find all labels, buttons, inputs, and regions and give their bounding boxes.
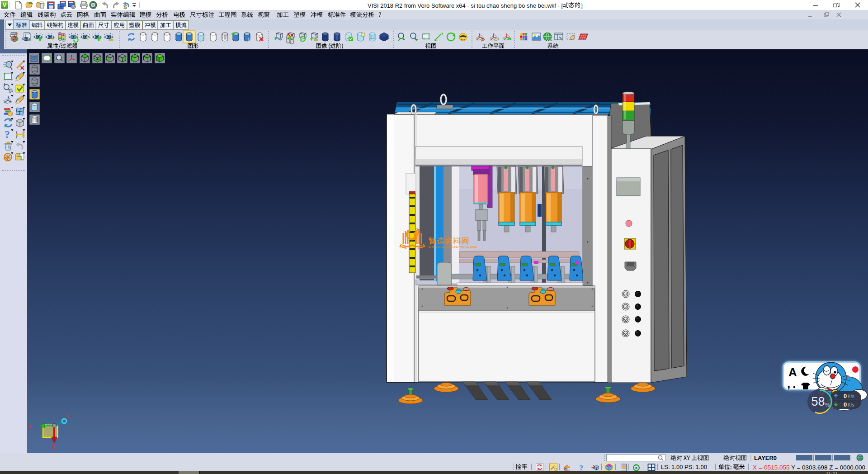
svg-text:K/s: K/s [848,403,854,408]
svg-text:?: ? [580,464,584,471]
svg-text:?: ? [5,129,9,140]
svg-text:X: X [51,443,56,450]
svg-text:Y: Y [28,422,33,430]
svg-text:Z: Z [66,413,70,421]
svg-text:58: 58 [811,395,825,408]
svg-text:%: % [825,402,830,408]
svg-text:0: 0 [844,401,847,408]
svg-text:0: 0 [844,393,847,399]
svg-text:K/s: K/s [848,394,854,399]
